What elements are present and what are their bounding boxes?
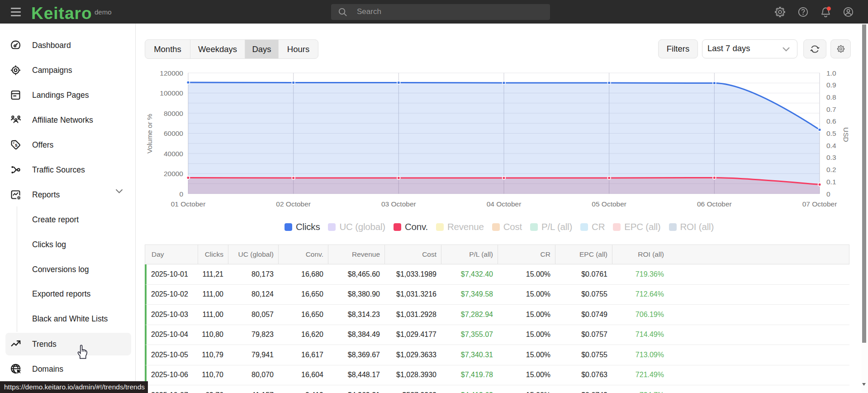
svg-text:100000: 100000 [160, 89, 183, 97]
svg-text:0.3: 0.3 [826, 153, 836, 161]
svg-text:20000: 20000 [164, 170, 183, 177]
svg-text:01 October: 01 October [171, 200, 206, 208]
svg-text:0.6: 0.6 [826, 117, 836, 125]
svg-text:0.7: 0.7 [826, 105, 836, 113]
svg-text:80000: 80000 [164, 110, 183, 117]
svg-text:02 October: 02 October [276, 200, 311, 208]
svg-text:0.9: 0.9 [826, 81, 836, 89]
svg-text:0: 0 [179, 190, 183, 198]
svg-text:06 October: 06 October [697, 200, 732, 208]
svg-text:Volume or %: Volume or % [146, 114, 153, 153]
svg-text:1.0: 1.0 [826, 69, 836, 77]
svg-text:$: $ [15, 143, 18, 148]
svg-text:0.4: 0.4 [826, 142, 836, 149]
svg-text:03 October: 03 October [381, 200, 416, 208]
svg-text:04 October: 04 October [487, 200, 522, 208]
svg-text:07 October: 07 October [802, 200, 837, 208]
svg-text:60000: 60000 [164, 129, 183, 137]
svg-text:0.5: 0.5 [826, 129, 836, 137]
svg-text:0.2: 0.2 [826, 166, 836, 173]
svg-text:40000: 40000 [164, 150, 183, 158]
svg-text:0.8: 0.8 [826, 93, 836, 101]
svg-text:0.1: 0.1 [826, 178, 836, 186]
svg-text:USD: USD [842, 127, 850, 142]
svg-text:05 October: 05 October [592, 200, 626, 208]
svg-text:120000: 120000 [160, 69, 183, 77]
svg-text:0: 0 [826, 190, 830, 198]
